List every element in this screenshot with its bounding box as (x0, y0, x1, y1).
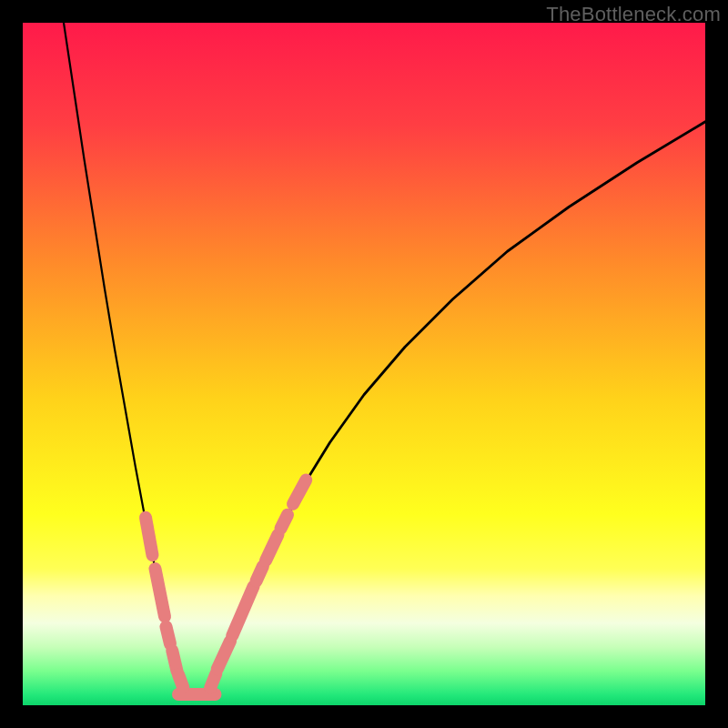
outer-frame: TheBottleneck.com (0, 0, 728, 728)
gradient-background (23, 23, 705, 705)
bead-right-5 (281, 515, 288, 529)
bead-left-4 (178, 674, 183, 687)
bead-right-0 (210, 674, 216, 688)
bead-right-3 (257, 566, 264, 581)
bead-left-3 (172, 651, 177, 672)
plot-area (23, 23, 705, 705)
chart-svg (23, 23, 705, 705)
watermark-text: TheBottleneck.com (546, 3, 721, 26)
bead-left-2 (167, 627, 171, 644)
bead-left-0 (146, 518, 153, 555)
